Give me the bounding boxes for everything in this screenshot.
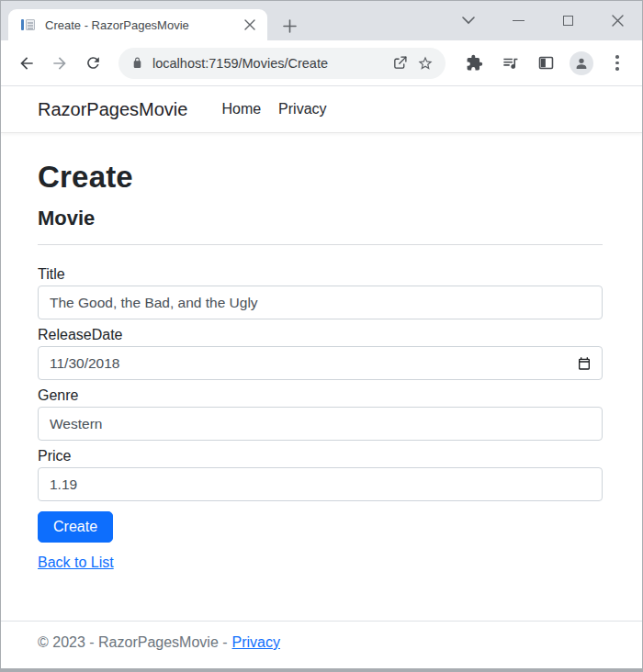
side-panel-button[interactable] xyxy=(534,51,558,75)
url-text[interactable]: localhost:7159/Movies/Create xyxy=(152,56,387,71)
navbar-brand[interactable]: RazorPagesMovie xyxy=(38,99,187,120)
site-footer: © 2023 - RazorPagesMovie -Privacy xyxy=(1,621,642,668)
puzzle-icon xyxy=(466,54,483,72)
navbar-links: Home Privacy xyxy=(221,101,326,118)
titlebar: Create - RazorPagesMovie xyxy=(1,1,642,40)
tab-close-icon[interactable] xyxy=(242,17,258,33)
address-bar[interactable]: localhost:7159/Movies/Create xyxy=(118,48,446,79)
browser-window: Create - RazorPagesMovie xyxy=(0,0,643,672)
bookmark-star-button[interactable] xyxy=(412,50,438,76)
tab-title: Create - RazorPagesMovie xyxy=(45,18,242,32)
media-controls-button[interactable] xyxy=(498,51,522,75)
nav-link-privacy[interactable]: Privacy xyxy=(278,101,326,118)
close-window-button[interactable] xyxy=(604,7,631,35)
genre-label: Genre xyxy=(38,387,603,404)
price-field-group: Price xyxy=(38,448,603,501)
tab-search-chevron-icon[interactable] xyxy=(455,7,482,35)
maximize-button[interactable] xyxy=(554,7,581,35)
page-title: Create xyxy=(38,160,603,195)
create-movie-form: Title ReleaseDate Genre xyxy=(38,266,603,543)
genre-input[interactable] xyxy=(38,407,603,441)
calendar-icon[interactable] xyxy=(577,356,592,371)
genre-field-group: Genre xyxy=(38,387,603,441)
title-field-group: Title xyxy=(38,266,603,319)
tab-favicon-icon xyxy=(21,17,36,32)
releasedate-field-group: ReleaseDate xyxy=(38,327,603,380)
title-input[interactable] xyxy=(38,286,603,319)
create-submit-button[interactable]: Create xyxy=(38,511,113,543)
nav-link-home[interactable]: Home xyxy=(221,101,261,118)
price-input[interactable] xyxy=(38,467,603,501)
back-button[interactable] xyxy=(12,49,41,78)
media-playlist-icon xyxy=(502,54,519,72)
extensions-button[interactable] xyxy=(462,51,486,75)
star-icon xyxy=(417,55,434,72)
minimize-button[interactable] xyxy=(504,7,532,35)
price-label: Price xyxy=(38,448,603,465)
person-icon xyxy=(574,56,589,71)
page-subtitle: Movie xyxy=(38,207,603,230)
browser-toolbar: localhost:7159/Movies/Create xyxy=(1,40,642,86)
share-button[interactable] xyxy=(387,50,412,76)
browser-menu-button[interactable] xyxy=(605,51,629,75)
site-navbar: RazorPagesMovie Home Privacy xyxy=(1,86,642,133)
lock-icon xyxy=(131,56,143,70)
toolbar-right-group xyxy=(462,51,629,75)
footer-privacy-link[interactable]: Privacy xyxy=(232,634,280,650)
back-to-list-link[interactable]: Back to List xyxy=(38,554,114,571)
footer-copyright: © 2023 - RazorPagesMovie - xyxy=(38,634,228,650)
releasedate-label: ReleaseDate xyxy=(38,327,603,343)
forward-button[interactable] xyxy=(45,49,74,78)
main-content: Create Movie Title ReleaseDate xyxy=(1,133,642,621)
three-dots-icon xyxy=(615,55,619,71)
web-page: RazorPagesMovie Home Privacy Create Movi… xyxy=(1,86,642,668)
browser-tab[interactable]: Create - RazorPagesMovie xyxy=(8,9,267,40)
profile-avatar[interactable] xyxy=(570,51,593,75)
divider xyxy=(38,244,603,245)
releasedate-input[interactable] xyxy=(38,346,603,380)
new-tab-button[interactable] xyxy=(276,13,302,39)
reload-button[interactable] xyxy=(78,49,107,78)
window-controls xyxy=(455,1,631,40)
title-label: Title xyxy=(38,266,603,283)
share-icon xyxy=(392,55,408,71)
side-panel-icon xyxy=(537,54,555,72)
